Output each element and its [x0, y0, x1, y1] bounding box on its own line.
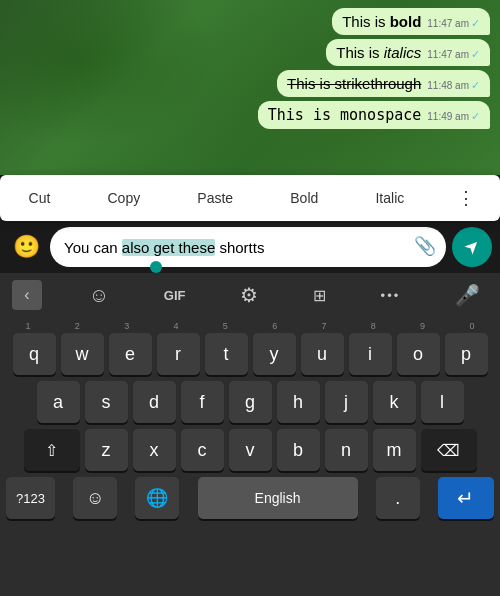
delete-key[interactable]: ⌫ — [421, 429, 477, 471]
keyboard-row-2: a s d f g h j k l — [0, 381, 500, 423]
key-m[interactable]: m — [373, 429, 416, 471]
key-h[interactable]: h — [277, 381, 320, 423]
emoji-keyboard-key[interactable]: ☺ — [73, 477, 117, 519]
copy-button[interactable]: Copy — [96, 184, 153, 212]
globe-key[interactable]: 🌐 — [135, 477, 179, 519]
emoji-button[interactable]: 🙂 — [8, 229, 44, 265]
key-x[interactable]: x — [133, 429, 176, 471]
num-hint: 5 — [203, 321, 247, 331]
key-c[interactable]: c — [181, 429, 224, 471]
more-dots-icon: ••• — [381, 288, 401, 303]
key-r[interactable]: r — [157, 333, 200, 375]
key-j[interactable]: j — [325, 381, 368, 423]
key-l[interactable]: l — [421, 381, 464, 423]
key-w[interactable]: w — [61, 333, 104, 375]
message-bubble: This is monospace 11:49 am ✓ — [258, 101, 490, 129]
message-time: 11:47 am ✓ — [427, 17, 480, 30]
key-g[interactable]: g — [229, 381, 272, 423]
keyboard-row-1: q w e r t y u i o p — [0, 333, 500, 375]
keyboard-bottom-row: ?123 ☺ 🌐 English . ↵ — [0, 477, 500, 525]
input-text-highlighted: also get these — [122, 239, 215, 256]
keyboard-toolbar: ‹ ☺ GIF ⚙ ⊞ ••• 🎤 — [0, 273, 500, 317]
key-v[interactable]: v — [229, 429, 272, 471]
key-n[interactable]: n — [325, 429, 368, 471]
message-text: This is italics — [336, 44, 421, 61]
key-y[interactable]: y — [253, 333, 296, 375]
number-hints-row: 1 2 3 4 5 6 7 8 9 0 — [0, 321, 500, 331]
key-s[interactable]: s — [85, 381, 128, 423]
message-time: 11:49 am ✓ — [427, 110, 480, 123]
input-text-before: You can — [64, 239, 122, 256]
input-text-content: You can also get these shortts — [64, 237, 432, 258]
key-p[interactable]: p — [445, 333, 488, 375]
num-hint: 4 — [154, 321, 198, 331]
message-bubble: This is bold 11:47 am ✓ — [332, 8, 490, 35]
num-hint: 0 — [450, 321, 494, 331]
more-toolbar-button[interactable]: ••• — [373, 284, 409, 307]
more-options-button[interactable]: ⋮ — [449, 183, 483, 213]
translate-icon: ⊞ — [313, 286, 326, 305]
shift-key[interactable]: ⇧ — [24, 429, 80, 471]
send-button[interactable]: ➤ — [452, 227, 492, 267]
text-input[interactable]: You can also get these shortts 📎 — [50, 227, 446, 267]
key-e[interactable]: e — [109, 333, 152, 375]
language-button[interactable]: English — [198, 477, 358, 519]
gif-button[interactable]: GIF — [156, 284, 194, 307]
attach-button[interactable]: 📎 — [414, 234, 436, 259]
input-text-after: short — [215, 239, 253, 256]
settings-icon: ⚙ — [240, 283, 258, 307]
key-q[interactable]: q — [13, 333, 56, 375]
num-hint: 3 — [105, 321, 149, 331]
text-cursor — [150, 261, 162, 273]
message-bubble: This is strikethrough 11:48 am ✓ — [277, 70, 490, 97]
bold-button[interactable]: Bold — [278, 184, 330, 212]
num-hint: 7 — [302, 321, 346, 331]
emoji-icon: 🙂 — [13, 234, 40, 260]
num-hint: 6 — [253, 321, 297, 331]
send-icon: ➤ — [459, 233, 485, 259]
context-menu: Cut Copy Paste Bold Italic ⋮ — [0, 175, 500, 221]
message-bubble: This is italics 11:47 am ✓ — [326, 39, 490, 66]
input-area: 🙂 You can also get these shortts 📎 ➤ — [0, 221, 500, 273]
message-time: 11:47 am ✓ — [427, 48, 480, 61]
messages-list: This is bold 11:47 am ✓ This is italics … — [0, 0, 500, 137]
cut-button[interactable]: Cut — [17, 184, 63, 212]
message-text: This is strikethrough — [287, 75, 421, 92]
key-o[interactable]: o — [397, 333, 440, 375]
key-t[interactable]: t — [205, 333, 248, 375]
keyboard: 1 2 3 4 5 6 7 8 9 0 q w e r t y u i o p … — [0, 317, 500, 596]
keyboard-row-3: ⇧ z x c v b n m ⌫ — [0, 429, 500, 471]
paste-button[interactable]: Paste — [185, 184, 245, 212]
settings-button[interactable]: ⚙ — [232, 279, 266, 311]
key-z[interactable]: z — [85, 429, 128, 471]
key-u[interactable]: u — [301, 333, 344, 375]
num-hint: 1 — [6, 321, 50, 331]
key-d[interactable]: d — [133, 381, 176, 423]
key-a[interactable]: a — [37, 381, 80, 423]
sticker-icon: ☺ — [89, 284, 109, 307]
keyboard-back-button[interactable]: ‹ — [12, 280, 42, 310]
enter-key[interactable]: ↵ — [438, 477, 494, 519]
period-key[interactable]: . — [376, 477, 420, 519]
italic-button[interactable]: Italic — [363, 184, 416, 212]
key-f[interactable]: f — [181, 381, 224, 423]
num-hint: 9 — [401, 321, 445, 331]
translate-button[interactable]: ⊞ — [305, 282, 334, 309]
key-k[interactable]: k — [373, 381, 416, 423]
chat-area: This is bold 11:47 am ✓ This is italics … — [0, 0, 500, 175]
sticker-button[interactable]: ☺ — [81, 280, 117, 311]
num-hint: 2 — [55, 321, 99, 331]
message-text: This is monospace — [268, 106, 422, 124]
mic-icon: 🎤 — [455, 283, 480, 307]
back-arrow-icon: ‹ — [24, 286, 29, 304]
message-text: This is bold — [342, 13, 421, 30]
key-i[interactable]: i — [349, 333, 392, 375]
mic-button[interactable]: 🎤 — [447, 279, 488, 311]
num-switch-key[interactable]: ?123 — [6, 477, 55, 519]
input-text-cursor-text: ts — [253, 239, 265, 256]
key-b[interactable]: b — [277, 429, 320, 471]
num-hint: 8 — [351, 321, 395, 331]
message-time: 11:48 am ✓ — [427, 79, 480, 92]
